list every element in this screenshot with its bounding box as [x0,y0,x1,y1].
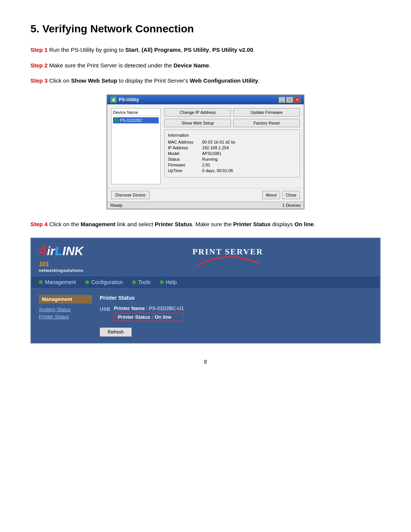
nav-help[interactable]: Help [160,279,177,285]
nav-management[interactable]: Management [39,279,76,285]
web-logo-text: 4irLINK 101 [39,243,83,268]
ps-status-devices: 1 Devices [282,203,301,208]
minimize-button[interactable]: _ [279,97,285,103]
web-main-content: Printer Status USB Printer Name : PS-01D… [100,295,372,337]
ps-info-model-value: APSUSB1 [202,151,221,156]
page-number: 8 [30,359,381,365]
close-button[interactable]: Close [282,191,300,199]
step3-text: Click on Show Web Setup to display the P… [49,77,260,84]
step2-text: Make sure the Print Server is detected u… [49,62,210,69]
ps-info-firmware-value: 2.81 [202,163,210,167]
ps-device-panel-header: Device Name [113,110,159,116]
ps-utility-window: 🖨 PS-Utility _ □ ✕ Device Name PS-01D2BC… [107,94,304,209]
web-section-title: Printer Status [100,295,372,301]
ps-info-model-label: Model [168,151,202,156]
ps-info-status: Status Running [168,157,296,161]
nav-configuration[interactable]: Configuration [85,279,123,285]
web-logo-number: 101 [39,261,49,267]
sidebar-link-system-status[interactable]: System Status [39,307,92,312]
nav-label-tools: Tools [138,279,151,285]
device-status-dot [115,118,118,122]
ps-discover-container: Discover Device [111,191,161,199]
web-printer-name: Printer Name : PS-01D2BC-U1 [114,305,184,311]
web-swoosh-decoration [83,254,372,269]
step4-text: Click on the Management link and select … [49,221,315,227]
ps-info-firmware-label: Firmware [168,163,202,167]
web-interface: 4irLINK 101 networkingsolutions Print Se… [30,238,381,343]
ps-window-title: PS-Utility [119,97,139,102]
web-sidebar-title: Management [39,295,92,304]
ps-info-legend: Information [168,133,296,137]
nav-label-management: Management [45,279,76,285]
update-firmware-button[interactable]: Update Firmware [233,108,300,117]
ps-bottom-bar: Discover Device About Close [107,188,304,201]
ps-info-uptime-value: 0 days, 00:01:06 [202,168,233,173]
web-nav: Management Configuration Tools Help [31,276,380,289]
ps-info-group: Information MAC Address 00 03 1b 01 d2 b… [164,129,300,177]
ps-info-ip: IP Address 192.168.1.254 [168,145,296,150]
printer-name-value: PS-01D2BC-U1 [149,305,184,311]
web-content: Management System Status Printer Status … [31,289,380,343]
step3-label: Step 3 [30,77,48,84]
about-button[interactable]: About [262,191,280,199]
step3-paragraph: Step 3 Click on Show Web Setup to displa… [30,77,381,85]
ps-info-ip-value: 192.168.1.254 [202,145,229,150]
ps-info-uptime: UpTime 0 days, 00:01:06 [168,168,296,173]
web-title-area: Print Server [83,247,372,269]
ps-device-panel: Device Name PS-01D2BC [111,108,161,184]
ps-device-item[interactable]: PS-01D2BC [113,117,159,123]
refresh-button[interactable]: Refresh [100,328,132,337]
step1-paragraph: Step 1 Run the PS-Utility by going to St… [30,46,381,54]
ps-info-firmware: Firmware 2.81 [168,163,296,167]
nav-dot-configuration [85,280,89,284]
ps-titlebar: 🖨 PS-Utility _ □ ✕ [107,95,304,104]
web-logo-area: 4irLINK 101 networkingsolutions [39,243,83,273]
step2-label: Step 2 [30,62,48,69]
ps-titlebar-controls[interactable]: _ □ ✕ [279,97,301,103]
ps-info-status-value: Running [202,157,218,161]
step1-label: Step 1 [30,46,48,53]
step4-label: Step 4 [30,221,48,227]
discover-device-button[interactable]: Discover Device [111,191,150,199]
factory-reset-button[interactable]: Factory Reset [233,119,300,127]
ps-device-name: PS-01D2BC [120,118,143,123]
web-logo-sub: networkingsolutions [39,268,83,273]
ps-bottom-right-buttons: About Close [262,191,300,199]
ps-app-icon: 🖨 [110,97,116,103]
step2-paragraph: Step 2 Make sure the Print Server is det… [30,61,381,70]
sidebar-link-printer-status[interactable]: Printer Status [39,314,92,320]
restore-button[interactable]: □ [286,97,293,103]
ps-info-status-label: Status [168,157,202,161]
ps-status-bar: Ready 1 Devices [107,201,304,209]
ps-info-model: Model APSUSB1 [168,151,296,156]
printer-name-label: Printer Name [114,305,145,311]
ps-right-panel: Change IP Address Update Firmware Show W… [164,108,300,184]
ps-info-uptime-label: UpTime [168,168,202,173]
ps-info-mac: MAC Address 00 03 1b 01 d2 bc [168,140,296,144]
ps-info-mac-value: 00 03 1b 01 d2 bc [202,140,236,144]
nav-dot-help [160,280,164,284]
change-ip-button[interactable]: Change IP Address [164,108,231,117]
step1-text: Run the PS-Utility by going to Start, (A… [49,46,255,53]
nav-dot-management [39,280,43,284]
ps-device-panel-container: Device Name PS-01D2BC [111,108,161,184]
nav-label-configuration: Configuration [91,279,123,285]
ps-top-buttons-row: Change IP Address Update Firmware [164,108,300,117]
printer-status-box: Printer Status : On line [114,313,184,321]
web-header: 4irLINK 101 networkingsolutions Print Se… [31,238,380,276]
web-printer-info: Printer Name : PS-01D2BC-U1 Printer Stat… [114,305,184,321]
ps-info-mac-label: MAC Address [168,140,202,144]
nav-label-help: Help [166,279,177,285]
show-web-setup-button[interactable]: Show Web Setup [164,119,231,127]
ps-titlebar-left: 🖨 PS-Utility [110,97,139,103]
web-sidebar: Management System Status Printer Status [39,295,92,337]
step4-paragraph: Step 4 Click on the Management link and … [30,220,381,229]
nav-tools[interactable]: Tools [132,279,151,285]
web-usb-label: USB [100,306,110,312]
nav-dot-tools [132,280,136,284]
web-printer-row: USB Printer Name : PS-01D2BC-U1 Printer … [100,305,372,321]
ps-status-ready: Ready [110,203,123,208]
close-window-button[interactable]: ✕ [294,97,301,103]
page-title: 5. Verifying Network Connection [30,23,381,35]
ps-body: Device Name PS-01D2BC Change IP Address … [107,104,304,188]
